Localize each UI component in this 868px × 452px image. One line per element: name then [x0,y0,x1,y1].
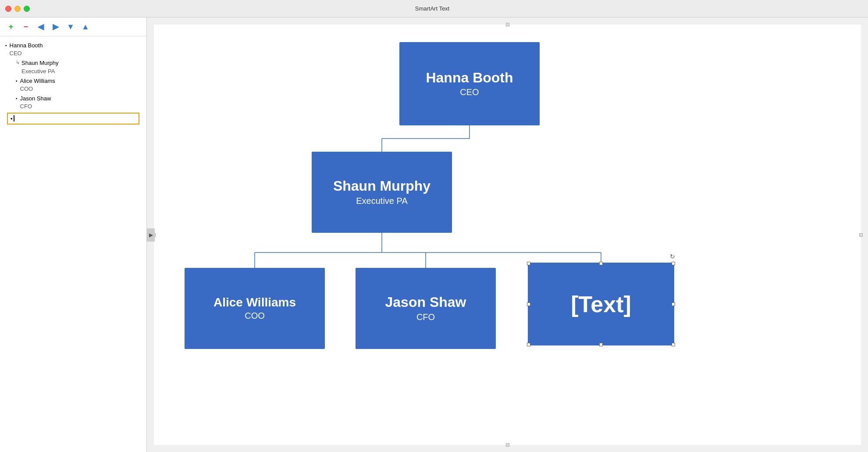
cfo-node[interactable]: Jason Shaw CFO [356,268,496,349]
ceo-name: Hanna Booth [426,70,513,85]
exec-pa-name: Shaun Murphy [333,178,430,194]
window-title: SmartArt Text [37,5,828,12]
move-up-button[interactable]: ▲ [80,21,91,32]
active-input-row[interactable]: ▪ [4,112,143,125]
main-layout: + − ◀ ▶ ▼ ▲ ▪ Hanna Booth CEO ↳ Shaun Mu… [0,18,868,452]
active-bullet: ▪ [11,115,13,122]
handle-bl[interactable] [527,343,530,346]
canvas-handle-bm[interactable] [506,443,509,447]
rotate-handle[interactable]: ↻ [670,253,675,260]
list-bullet: ▪ [5,43,7,49]
item-title: CFO [20,103,51,110]
handle-tl[interactable] [527,262,530,265]
coo-node[interactable]: Alice Williams COO [185,268,325,349]
text-input-active[interactable]: ▪ [7,113,139,125]
add-button[interactable]: + [5,21,17,32]
item-name: Shaun Murphy [21,59,59,67]
handle-ml[interactable] [527,303,530,306]
handle-tr[interactable] [672,262,675,265]
list-bullet: ▪ [16,78,18,84]
item-title: COO [20,85,55,93]
item-name: Alice Williams [20,77,55,85]
expand-arrow[interactable]: ▶ [147,228,155,242]
handle-bm[interactable] [599,343,603,346]
title-bar: SmartArt Text [0,0,868,18]
list-item[interactable]: ▪ Jason Shaw CFO [4,94,143,111]
item-text: Hanna Booth CEO [10,42,43,57]
cfo-title: CFO [416,312,435,322]
traffic-lights [5,6,30,12]
item-text: Shaun Murphy Executive PA [21,59,59,75]
exec-pa-node[interactable]: Shaun Murphy Executive PA [312,152,452,233]
handle-br[interactable] [672,343,675,346]
canvas-area: ▶ [147,18,868,452]
list-item[interactable]: ▪ Alice Williams COO [4,76,143,94]
list-bullet: ▪ [16,96,18,102]
list-item[interactable]: ↳ Shaun Murphy Executive PA [4,58,143,76]
remove-button[interactable]: − [20,21,32,32]
handle-mr[interactable] [672,303,675,306]
text-placeholder-node[interactable]: [Text] ↻ [529,263,673,345]
left-panel: + − ◀ ▶ ▼ ▲ ▪ Hanna Booth CEO ↳ Shaun Mu… [0,18,147,452]
item-name: Hanna Booth [10,42,43,50]
item-title: CEO [10,50,43,57]
item-text: Jason Shaw CFO [20,95,51,110]
indent-arrow-icon: ↳ [16,59,20,66]
demote-button[interactable]: ▶ [50,21,61,32]
promote-button[interactable]: ◀ [35,21,46,32]
coo-name: Alice Williams [213,296,296,310]
item-name: Jason Shaw [20,95,51,103]
toolbar: + − ◀ ▶ ▼ ▲ [0,18,146,36]
item-text: Alice Williams COO [20,77,55,93]
canvas-inner: Hanna Booth CEO Shaun Murphy Executive P… [154,25,861,445]
canvas-handle-mr[interactable] [859,233,863,237]
ceo-title: CEO [460,87,479,97]
exec-pa-title: Executive PA [356,196,407,206]
cfo-name: Jason Shaw [385,295,466,310]
coo-title: COO [245,311,265,321]
handle-tm[interactable] [599,262,603,265]
close-button[interactable] [5,6,11,12]
text-cursor [14,115,14,121]
text-list: ▪ Hanna Booth CEO ↳ Shaun Murphy Executi… [0,36,146,452]
placeholder-text: [Text] [571,291,631,317]
list-item[interactable]: ▪ Hanna Booth CEO [4,41,143,58]
canvas-handle-tm[interactable] [506,23,509,26]
minimize-button[interactable] [14,6,21,12]
item-title: Executive PA [21,68,59,75]
zoom-button[interactable] [24,6,30,12]
ceo-node[interactable]: Hanna Booth CEO [399,42,540,125]
move-down-button[interactable]: ▼ [65,21,76,32]
